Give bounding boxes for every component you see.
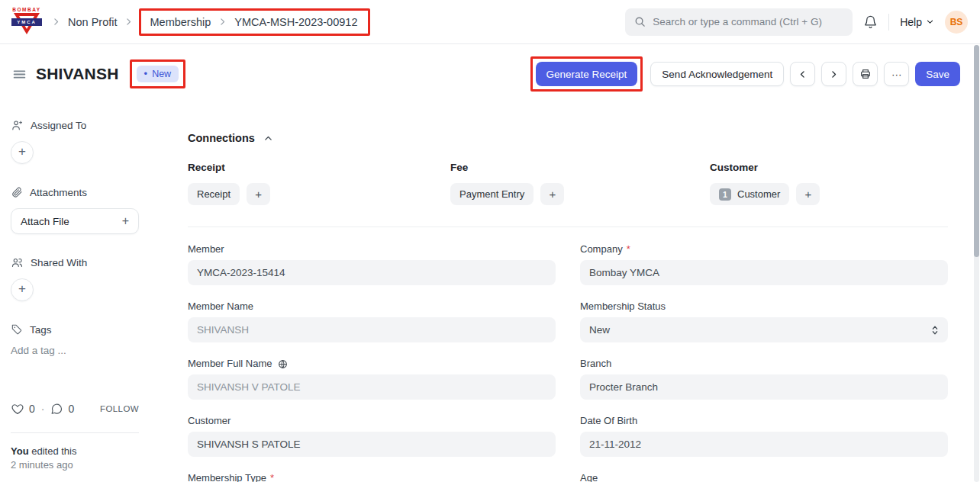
chevron-right-icon	[51, 17, 61, 27]
users-icon	[11, 256, 24, 269]
form-field: Member Full Name SHIVANSH V PATOLE	[188, 358, 556, 400]
previous-record-button[interactable]	[790, 62, 815, 86]
field-label: Member Name	[188, 301, 556, 312]
add-tag-input[interactable]: Add a tag ...	[11, 345, 162, 356]
field-value: Bombay YMCA	[589, 267, 659, 278]
connection-add-button[interactable]: +	[796, 183, 820, 205]
global-search[interactable]	[625, 8, 853, 36]
field-input[interactable]: YMCA-2023-15414	[188, 260, 556, 285]
document-social-row: 0 · 0 FOLLOW	[11, 402, 139, 416]
share-add-button[interactable]: +	[11, 278, 34, 301]
connection-doctype-link[interactable]: Receipt	[188, 183, 240, 205]
form-field: Membership Status New	[580, 301, 948, 342]
sidebar-toggle-button[interactable]	[11, 66, 28, 83]
likes-count: 0	[29, 403, 35, 415]
comment-icon	[50, 403, 63, 416]
field-input[interactable]: New	[580, 317, 948, 342]
breadcrumb-current-record[interactable]: YMCA-MSH-2023-00912	[234, 16, 357, 28]
connection-group: Receipt Receipt +	[188, 162, 450, 205]
connection-add-button[interactable]: +	[540, 183, 564, 205]
printer-icon	[859, 68, 872, 80]
search-icon	[634, 16, 646, 27]
field-input[interactable]: 21-11-2012	[580, 432, 948, 457]
send-acknowledgement-button[interactable]: Send Acknowledgement	[650, 62, 784, 86]
add-assignment-button[interactable]: +	[11, 141, 34, 164]
status-badge: • New	[137, 66, 179, 82]
attachments-section: Attachments	[11, 186, 162, 198]
chevron-right-icon	[124, 17, 134, 27]
field-input[interactable]: SHIVANSH V PATOLE	[188, 374, 556, 400]
form-field: Membership Type * Youth (Age Below 18)	[188, 473, 556, 482]
field-input[interactable]: Bombay YMCA	[580, 260, 948, 285]
scrollbar-thumb[interactable]	[974, 45, 979, 257]
bombay-ymca-logo[interactable]: BOMBAY YMCA	[9, 6, 44, 38]
connection-group: Fee Payment Entry +	[450, 162, 710, 205]
notifications-bell-button[interactable]	[863, 14, 878, 29]
plus-icon: +	[122, 215, 129, 227]
field-input[interactable]: Procter Branch	[580, 374, 948, 400]
shared-with-section: Shared With	[11, 256, 162, 269]
connection-group: Customer 1 Customer +	[710, 162, 948, 205]
search-input[interactable]	[653, 16, 843, 27]
field-label: Membership Type *	[188, 473, 556, 482]
form-field: Customer SHIVANSH S PATOLE	[188, 416, 556, 457]
user-avatar[interactable]: BS	[945, 11, 968, 34]
field-value: 21-11-2012	[589, 439, 641, 450]
field-value: New	[589, 324, 610, 336]
chevron-right-icon	[829, 69, 839, 79]
like-button[interactable]	[11, 402, 24, 416]
form-field: Member YMCA-2023-15414	[188, 244, 556, 285]
field-label: Member Full Name	[188, 358, 556, 369]
field-input[interactable]: SHIVANSH S PATOLE	[188, 432, 556, 457]
heart-icon	[11, 402, 24, 416]
activity-action: edited this	[31, 445, 76, 457]
chevron-left-icon	[798, 69, 808, 79]
form-column-right: Company * Bombay YMCA Membership Status …	[580, 244, 948, 482]
comments-button[interactable]	[50, 403, 63, 416]
activity-time: 2 minutes ago	[11, 458, 162, 472]
menu-icon	[12, 67, 27, 82]
attach-file-button[interactable]: Attach File +	[11, 208, 139, 234]
field-label: Company *	[580, 244, 948, 255]
activity-log: You edited this 2 minutes ago You create…	[11, 445, 162, 482]
connections-section-title[interactable]: Connections	[188, 132, 948, 144]
form-sidebar: Assigned To + Attachments Attach File + …	[0, 104, 176, 482]
follow-button[interactable]: FOLLOW	[100, 404, 139, 413]
required-asterisk: *	[270, 473, 274, 482]
connection-doctype-link[interactable]: 1 Customer	[710, 183, 789, 205]
help-menu-button[interactable]: Help	[900, 16, 934, 28]
scrollbar	[974, 45, 979, 482]
connections-grid: Receipt Receipt + Fee Payment Entry + Cu…	[188, 162, 948, 205]
chevron-up-icon	[263, 133, 273, 143]
field-label: Customer	[188, 416, 556, 426]
form-main: Connections Receipt Receipt + Fee Paymen…	[176, 104, 980, 482]
connection-link-label: Receipt	[197, 188, 230, 200]
more-options-button[interactable]: ···	[884, 62, 909, 86]
save-button[interactable]: Save	[915, 62, 960, 86]
paperclip-icon	[11, 186, 23, 198]
select-caret-icon	[931, 325, 939, 336]
field-value: SHIVANSH V PATOLE	[197, 381, 301, 393]
chevron-right-icon	[218, 17, 227, 27]
breadcrumb-membership[interactable]: Membership	[150, 16, 211, 28]
connection-add-button[interactable]: +	[247, 183, 270, 205]
field-input[interactable]: SHIVANSH	[188, 317, 556, 342]
field-label: Age	[580, 473, 948, 482]
connection-doctype-link[interactable]: Payment Entry	[450, 183, 534, 205]
top-navbar: BOMBAY YMCA Non Profit Membership YMCA-M…	[0, 0, 980, 44]
tag-icon	[11, 323, 23, 336]
field-label: Membership Status	[580, 301, 948, 312]
breadcrumb-non-profit[interactable]: Non Profit	[68, 16, 117, 28]
annotation-box-status-badge: • New	[130, 59, 186, 88]
connection-group-heading: Receipt	[188, 162, 450, 173]
next-record-button[interactable]	[821, 62, 846, 86]
bell-icon	[863, 14, 878, 29]
sidebar-divider	[11, 432, 139, 433]
form-field: Member Name SHIVANSH	[188, 301, 556, 342]
comments-count: 0	[68, 403, 74, 415]
print-button[interactable]	[853, 62, 878, 86]
form-fields: Member YMCA-2023-15414 Member Name SHIVA…	[188, 227, 948, 482]
generate-receipt-button[interactable]: Generate Receipt	[536, 62, 638, 86]
connection-link-label: Customer	[737, 188, 780, 200]
globe-icon	[278, 359, 288, 369]
